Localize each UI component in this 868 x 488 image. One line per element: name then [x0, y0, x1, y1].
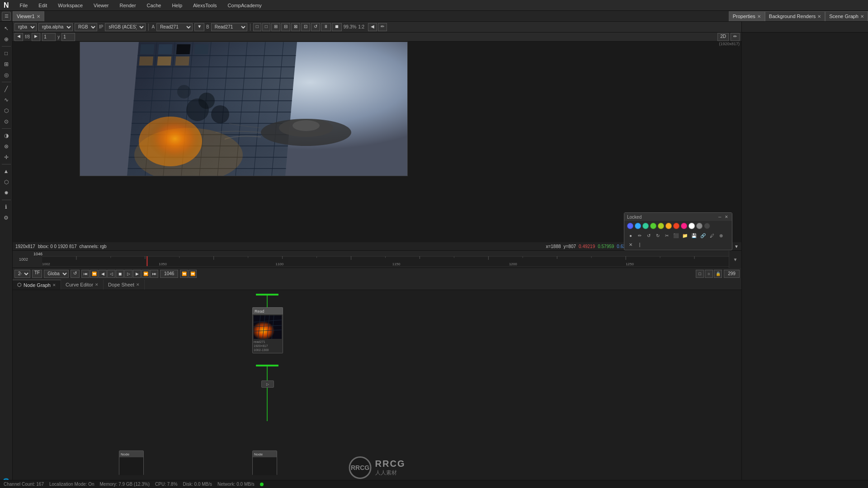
scope-select[interactable]: Global — [44, 270, 69, 278]
pb-extra-2[interactable]: ⏩ — [189, 270, 197, 278]
tab-viewer1-close[interactable]: ✕ — [37, 14, 40, 19]
pb-icon-2[interactable]: ○ — [705, 270, 713, 278]
pb-frame-input[interactable] — [160, 270, 178, 278]
tool-node[interactable]: ✛ — [1, 152, 11, 162]
palette-tool-redo[interactable]: ↻ — [654, 232, 661, 239]
color-green[interactable] — [650, 223, 656, 229]
viewer-btn-8[interactable]: ⏸ — [321, 23, 331, 31]
pb-to-start[interactable]: ⏮ — [81, 270, 90, 278]
color-blue[interactable] — [627, 223, 633, 229]
viewer-btn-3[interactable]: ⊞ — [271, 23, 280, 31]
pb-to-end[interactable]: ⏭ — [150, 270, 158, 278]
palette-tool-save[interactable]: 💾 — [690, 232, 698, 239]
color-teal[interactable] — [642, 223, 649, 229]
small-node-1[interactable]: ▷ — [261, 380, 274, 388]
menu-viewer[interactable]: Viewer — [92, 2, 110, 9]
pb-icon-1[interactable]: □ — [696, 270, 704, 278]
pb-play-back[interactable]: ◁ — [107, 270, 115, 278]
viewer-btn-1[interactable]: □ — [253, 23, 261, 31]
menu-compacademy[interactable]: CompAcademy — [226, 2, 264, 9]
viewer-btn-4[interactable]: ⊟ — [281, 23, 290, 31]
expand-btn[interactable]: ▼ — [734, 244, 739, 249]
pb-extra-1[interactable]: ⏪ — [180, 270, 188, 278]
palette-tool-brush[interactable]: 🖊 — [708, 232, 716, 239]
read-node[interactable]: Read — [252, 307, 283, 353]
alpha-select[interactable]: rgba.alpha — [38, 23, 73, 31]
palette-tool-folder[interactable]: 📁 — [681, 232, 689, 239]
tool-clone[interactable]: ⊙ — [1, 117, 11, 127]
tool-paint[interactable]: ◎ — [1, 70, 11, 80]
tab-scene-graph[interactable]: Scene Graph ✕ — [825, 11, 868, 21]
palette-tool-link[interactable]: 🔗 — [699, 232, 707, 239]
frame-input[interactable] — [42, 33, 56, 41]
color-pink[interactable] — [681, 223, 687, 229]
tool-polygon[interactable]: ⬡ — [1, 106, 11, 116]
tab-scene-graph-close[interactable]: ✕ — [860, 14, 864, 19]
viewer-btn-7[interactable]: ↺ — [311, 23, 320, 31]
tf-btn[interactable]: TF — [32, 270, 42, 278]
pb-play[interactable]: ▷ — [124, 270, 132, 278]
viewer-btn-2[interactable]: □ — [262, 23, 270, 31]
tool-blur[interactable]: ⊛ — [1, 141, 11, 151]
pb-end-input[interactable] — [724, 270, 740, 278]
node-graph-area[interactable]: Read — [13, 290, 741, 488]
tool-arrow[interactable]: ↖ — [1, 23, 11, 33]
channel-select[interactable]: rgba — [14, 23, 37, 31]
tab-properties-close[interactable]: ✕ — [757, 14, 761, 19]
tab-node-graph[interactable]: ⬡ Node Graph ✕ — [13, 280, 61, 290]
y-input[interactable] — [61, 33, 75, 41]
timeline-ruler[interactable]: 1002 1050 1100 1150 1200 1250 — [42, 256, 729, 266]
frame-back-btn[interactable]: ◀ — [14, 33, 23, 41]
menu-file[interactable]: File — [18, 2, 30, 9]
viewer-btn-6[interactable]: ⊡ — [301, 23, 310, 31]
palette-tool-pen[interactable]: ✏ — [636, 232, 643, 239]
viewer-color-btn[interactable]: ✏ — [378, 23, 387, 31]
color-dark[interactable] — [704, 223, 710, 229]
bottom-left-node[interactable]: Node — [119, 450, 144, 475]
tab-curve-editor[interactable]: Curve Editor ✕ — [61, 280, 104, 290]
refresh-btn[interactable]: ↺ — [71, 270, 80, 278]
tool-color[interactable]: ◑ — [1, 131, 11, 141]
pb-icon-3[interactable]: 🔒 — [714, 270, 722, 278]
viewer-btn-5[interactable]: ⊠ — [291, 23, 300, 31]
color-gray[interactable] — [696, 223, 703, 229]
color-white[interactable] — [689, 223, 695, 229]
tool-settings[interactable]: ⚙ — [1, 213, 11, 223]
bottom-right-node[interactable]: Node — [252, 450, 277, 475]
menu-alexstools[interactable]: AlexsTools — [191, 2, 219, 9]
palette-tool-add[interactable]: ⊕ — [717, 232, 725, 239]
tab-node-graph-close[interactable]: ✕ — [52, 283, 56, 287]
tool-info[interactable]: ℹ — [1, 202, 11, 212]
tool-camera[interactable]: ⬡ — [1, 177, 11, 187]
input-b-select[interactable]: Read271 — [211, 23, 247, 31]
fps-select[interactable]: 24 — [14, 270, 30, 278]
pb-prev-key[interactable]: ⏪ — [90, 270, 98, 278]
tab-background-renders-close[interactable]: ✕ — [817, 14, 821, 19]
tool-line[interactable]: ╱ — [1, 84, 11, 94]
palette-minimize[interactable]: ─ — [718, 215, 723, 219]
menu-render[interactable]: Render — [118, 2, 138, 9]
colorspace-select[interactable]: RGB — [75, 23, 97, 31]
pb-step-back[interactable]: ◀ — [99, 270, 107, 278]
input-a-select[interactable]: Read271 — [156, 23, 193, 31]
color-management-select[interactable]: sRGB (ACES) — [105, 23, 146, 31]
tool-transform[interactable]: ⊞ — [1, 59, 11, 69]
tab-viewer1[interactable]: Viewer1 ✕ — [13, 11, 44, 21]
tab-background-renders[interactable]: Background Renders ✕ — [765, 11, 825, 21]
palette-tool-bar[interactable]: | — [636, 241, 643, 248]
viewer-btn-9[interactable]: ⏹ — [332, 23, 342, 31]
pb-stop[interactable]: ◼ — [116, 270, 124, 278]
palette-tool-rect[interactable]: ⬛ — [672, 232, 679, 239]
view-mode-btn[interactable]: 2D — [717, 33, 729, 41]
tool-particles[interactable]: ✸ — [1, 188, 11, 198]
pb-step-fwd[interactable]: ▶ — [133, 270, 141, 278]
palette-close[interactable]: ✕ — [725, 215, 729, 219]
color-lime[interactable] — [658, 223, 664, 229]
tab-properties[interactable]: Properties ✕ — [729, 11, 765, 21]
menu-workspace[interactable]: Workspace — [56, 2, 85, 9]
palette-tool-remove[interactable]: ✕ — [627, 241, 634, 248]
input-a-btn[interactable]: ▼ — [194, 23, 204, 31]
pick-color-btn[interactable]: ✏ — [731, 33, 740, 41]
color-orange[interactable] — [665, 223, 672, 229]
pb-next-key[interactable]: ⏩ — [142, 270, 150, 278]
